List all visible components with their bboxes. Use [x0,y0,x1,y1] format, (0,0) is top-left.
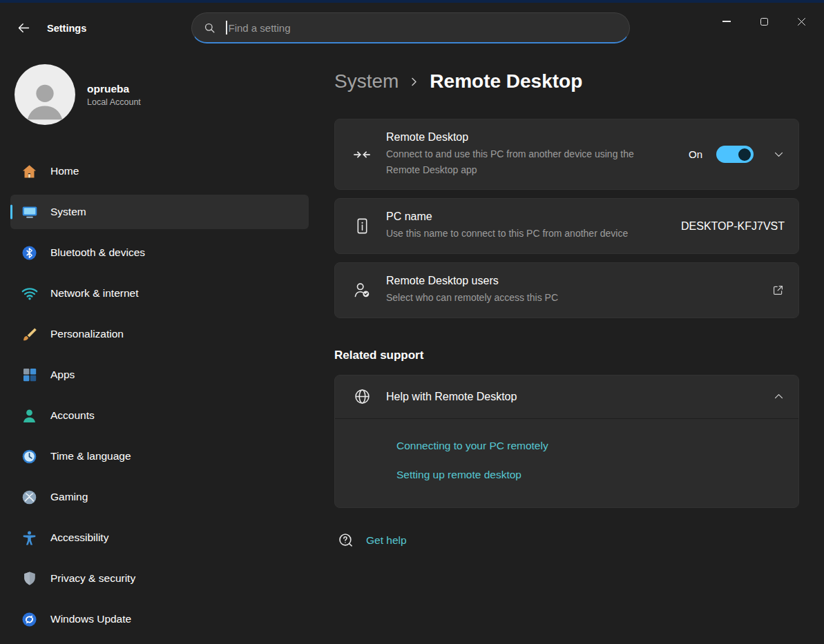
pc-name-value: DESKTOP-KFJ7VST [681,220,785,233]
chevron-up-icon [773,391,785,402]
minimize-button[interactable] [708,8,745,35]
search-box[interactable] [191,12,630,43]
sidebar-item-label: Privacy & security [50,572,135,585]
get-help-link[interactable]: Get help [366,534,407,547]
maximize-icon [760,18,768,26]
text-caret [226,21,227,35]
setting-description: Use this name to connect to this PC from… [386,226,642,242]
setting-description: Connect to and use this PC from another … [386,146,642,177]
user-account-type: Local Account [87,97,141,107]
chevron-right-icon [409,77,419,87]
personalization-icon [21,326,38,343]
maximize-button[interactable] [745,8,783,35]
help-link-connecting[interactable]: Connecting to your PC remotely [396,440,785,452]
gaming-icon [21,489,38,506]
sidebar-item-label: Home [50,165,79,177]
expand-button[interactable] [773,148,785,160]
setting-title: Remote Desktop users [386,275,766,287]
sidebar-item-accessibility[interactable]: Accessibility [10,520,309,555]
remote-desktop-card[interactable]: Remote Desktop Connect to and use this P… [334,119,799,190]
titlebar: Settings [0,3,824,52]
settings-page-remote-desktop: System Remote Desktop Remote Desktop Con… [334,52,799,549]
related-support-heading: Related support [334,349,799,362]
sidebar-item-home[interactable]: Home [10,154,309,188]
person-icon [19,74,70,125]
minimize-icon [722,21,731,21]
get-help-icon [337,531,355,549]
users-icon [352,280,372,300]
sidebar-item-label: Accounts [50,409,95,422]
sidebar-item-network-internet[interactable]: Network & internet [10,276,309,311]
system-icon [21,203,39,221]
remote-desktop-icon [352,145,372,164]
page-title: Remote Desktop [430,70,582,92]
close-button[interactable] [783,8,820,35]
sidebar-item-label: Personalization [50,328,124,340]
sidebar-nav: Home System Bluetooth & devices Network … [10,154,309,636]
search-icon [203,21,216,35]
help-link-setup[interactable]: Setting up remote desktop [396,469,785,481]
bluetooth-icon [21,244,38,262]
open-dialog-button[interactable] [772,284,785,297]
chevron-down-icon [773,148,785,160]
collapse-button[interactable] [773,391,785,402]
sidebar-item-time-language[interactable]: Time & language [10,439,309,474]
sidebar-item-label: Apps [50,369,75,381]
user-name: oprueba [87,83,141,95]
setting-description: Select who can remotely access this PC [386,290,642,306]
sidebar-item-gaming[interactable]: Gaming [10,480,309,514]
sidebar-item-bluetooth-devices[interactable]: Bluetooth & devices [10,235,309,270]
sidebar-item-personalization[interactable]: Personalization [10,317,309,351]
pc-name-icon [353,217,372,235]
sidebar-item-privacy-security[interactable]: Privacy & security [10,561,309,596]
sidebar-item-label: Accessibility [50,531,108,544]
sidebar-item-label: Network & internet [50,287,139,300]
close-icon [796,17,807,27]
sidebar-item-label: Bluetooth & devices [50,246,145,259]
breadcrumb: System Remote Desktop [334,65,799,98]
sidebar-item-label: Time & language [50,450,131,462]
toggle-knob [738,148,751,161]
sidebar-item-label: System [50,206,86,218]
time-language-icon [21,448,38,465]
privacy-security-icon [21,570,38,587]
external-link-icon [772,284,785,297]
toggle-state-label: On [689,148,702,160]
help-links: Connecting to your PC remotely Setting u… [335,418,798,507]
user-account[interactable]: oprueba Local Account [13,63,306,126]
help-card: Help with Remote Desktop Connecting to y… [334,375,799,508]
windows-update-icon [21,611,38,628]
setting-title: PC name [386,211,681,223]
help-card-header[interactable]: Help with Remote Desktop [335,375,798,418]
network-icon [21,284,39,302]
back-arrow-icon [17,21,31,35]
settings-cards: Remote Desktop Connect to and use this P… [334,119,799,318]
apps-icon [21,367,38,383]
sidebar-item-windows-update[interactable]: Windows Update [10,602,309,636]
get-help-row: Get help [334,531,799,549]
sidebar-item-apps[interactable]: Apps [10,358,309,392]
sidebar: oprueba Local Account Home System Blueto… [0,52,319,644]
setting-title: Remote Desktop [386,131,689,144]
avatar [15,64,75,125]
remote-desktop-users-card[interactable]: Remote Desktop users Select who can remo… [334,262,799,318]
sidebar-item-accounts[interactable]: Accounts [10,398,309,433]
home-icon [21,163,38,180]
accessibility-icon [21,529,38,547]
back-button[interactable] [11,15,36,40]
window-controls [708,8,820,35]
breadcrumb-parent[interactable]: System [334,70,399,92]
pc-name-card: PC name Use this name to connect to this… [334,198,799,254]
search-input[interactable] [229,22,619,34]
sidebar-item-label: Windows Update [50,613,131,625]
sidebar-item-system[interactable]: System [10,195,309,229]
accounts-icon [21,407,38,425]
help-card-title: Help with Remote Desktop [386,391,767,403]
remote-desktop-toggle[interactable] [716,146,754,163]
app-title: Settings [47,23,86,34]
help-globe-icon [353,387,372,406]
sidebar-item-label: Gaming [50,491,88,503]
